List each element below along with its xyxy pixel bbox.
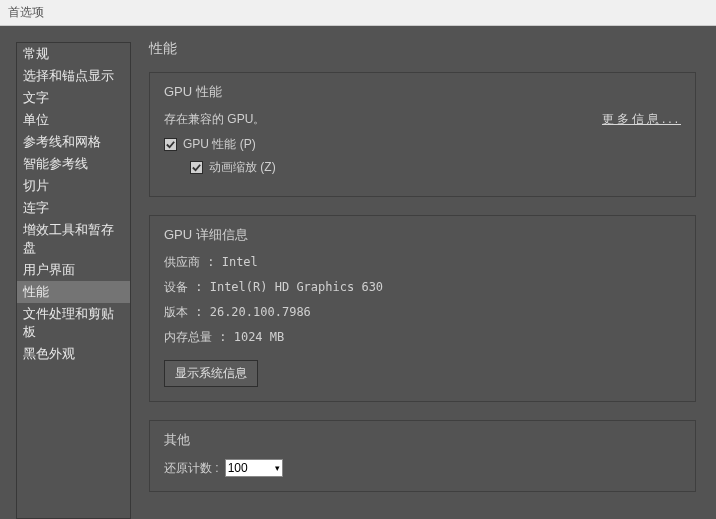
gpu-vendor-label: 供应商 : <box>164 255 214 269</box>
gpu-memory-value: 1024 MB <box>234 330 285 344</box>
sidebar-item[interactable]: 单位 <box>17 109 130 131</box>
gpu-status-text: 存在兼容的 GPU。 <box>164 111 265 128</box>
gpu-version-row: 版本 : 26.20.100.7986 <box>164 304 681 321</box>
gpu-device-value: Intel(R) HD Graphics 630 <box>210 280 383 294</box>
sidebar-item[interactable]: 切片 <box>17 175 130 197</box>
other-group: 其他 还原计数 : 100 ▾ <box>149 420 696 492</box>
content-area: 性能 GPU 性能 存在兼容的 GPU。 更多信息... GPU 性能 (P) … <box>131 26 716 519</box>
sidebar-item[interactable]: 文件处理和剪贴板 <box>17 303 130 343</box>
more-info-link[interactable]: 更多信息... <box>602 111 681 128</box>
gpu-performance-checkbox-label: GPU 性能 (P) <box>183 136 256 153</box>
gpu-device-label: 设备 : <box>164 280 202 294</box>
gpu-details-title: GPU 详细信息 <box>164 226 681 244</box>
sidebar-item[interactable]: 常规 <box>17 43 130 65</box>
check-icon <box>191 162 202 173</box>
sidebar-item[interactable]: 智能参考线 <box>17 153 130 175</box>
sidebar-item[interactable]: 增效工具和暂存盘 <box>17 219 130 259</box>
gpu-device-row: 设备 : Intel(R) HD Graphics 630 <box>164 279 681 296</box>
gpu-memory-row: 内存总量 : 1024 MB <box>164 329 681 346</box>
gpu-details-group: GPU 详细信息 供应商 : Intel 设备 : Intel(R) HD Gr… <box>149 215 696 402</box>
gpu-memory-label: 内存总量 : <box>164 330 226 344</box>
sidebar-item[interactable]: 参考线和网格 <box>17 131 130 153</box>
sidebar-item[interactable]: 用户界面 <box>17 259 130 281</box>
gpu-performance-title: GPU 性能 <box>164 83 681 101</box>
sidebar-item[interactable]: 性能 <box>17 281 130 303</box>
gpu-version-value: 26.20.100.7986 <box>210 305 311 319</box>
sidebar: 常规选择和锚点显示文字单位参考线和网格智能参考线切片连字增效工具和暂存盘用户界面… <box>16 42 131 519</box>
sidebar-item[interactable]: 选择和锚点显示 <box>17 65 130 87</box>
chevron-down-icon: ▾ <box>275 463 280 473</box>
show-system-info-button[interactable]: 显示系统信息 <box>164 360 258 387</box>
check-icon <box>165 139 176 150</box>
undo-count-label: 还原计数 : <box>164 460 219 477</box>
undo-count-value: 100 <box>228 461 248 475</box>
sidebar-item[interactable]: 文字 <box>17 87 130 109</box>
animated-zoom-checkbox-label: 动画缩放 (Z) <box>209 159 276 176</box>
gpu-performance-group: GPU 性能 存在兼容的 GPU。 更多信息... GPU 性能 (P) 动画缩… <box>149 72 696 197</box>
sidebar-item[interactable]: 连字 <box>17 197 130 219</box>
page-title: 性能 <box>149 40 696 58</box>
other-title: 其他 <box>164 431 681 449</box>
sidebar-item[interactable]: 黑色外观 <box>17 343 130 365</box>
gpu-performance-checkbox[interactable] <box>164 138 177 151</box>
undo-count-select[interactable]: 100 ▾ <box>225 459 283 477</box>
window-titlebar: 首选项 <box>0 0 716 26</box>
window-title: 首选项 <box>8 5 44 19</box>
gpu-vendor-value: Intel <box>222 255 258 269</box>
gpu-version-label: 版本 : <box>164 305 202 319</box>
animated-zoom-checkbox[interactable] <box>190 161 203 174</box>
gpu-vendor-row: 供应商 : Intel <box>164 254 681 271</box>
